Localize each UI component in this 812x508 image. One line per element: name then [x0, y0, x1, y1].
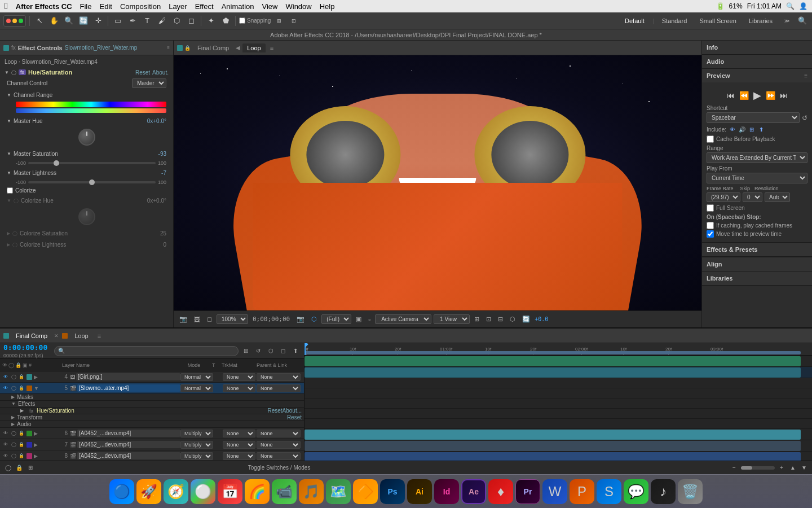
layer-5-eye[interactable]: 👁 [2, 385, 9, 392]
snap-tool-2[interactable]: ⊡ [288, 15, 300, 27]
include-overlay-icon[interactable]: ⊞ [748, 125, 756, 133]
view-options-btn4[interactable]: ⬡ [508, 314, 518, 324]
puppet-tool[interactable]: ✦ [205, 15, 217, 27]
layer-8-color[interactable] [27, 453, 32, 459]
layer-6-solo[interactable]: ◯ [10, 430, 17, 437]
colorize-hue-expand[interactable]: ▼ [7, 198, 11, 203]
toggle-switches-btn[interactable]: Toggle Switches / Modes [244, 463, 315, 472]
color-correction-btn[interactable]: ⬡ [309, 314, 319, 324]
layer-6-eye[interactable]: 👁 [2, 430, 9, 437]
dock-word[interactable]: W [542, 479, 567, 504]
snapping-checkbox[interactable] [239, 17, 245, 24]
hue-sat-reset[interactable]: Reset [267, 408, 282, 414]
layer-4-trkmat-select[interactable]: None [223, 373, 255, 381]
effects-sub-row[interactable]: ▼ Effects [0, 401, 304, 408]
dock-id[interactable]: Id [434, 479, 459, 504]
transform-reset[interactable]: Reset [287, 414, 302, 421]
include-video-icon[interactable]: 👁 [729, 125, 736, 133]
preview-header[interactable]: Preview ≡ [702, 69, 812, 82]
workspace-standard[interactable]: Standard [657, 16, 692, 25]
master-sat-value[interactable]: -93 [158, 151, 166, 157]
layer-5-expand[interactable]: ▼ [34, 386, 39, 391]
view-options-btn3[interactable]: ⊟ [496, 314, 505, 324]
camera-orbit-tool[interactable]: 🔄 [77, 15, 90, 27]
layer-7-lock[interactable]: 🔒 [18, 441, 25, 448]
hue-sat-sub-row[interactable]: ▶ fx Hue/Saturation Reset About... [0, 408, 304, 414]
step-fwd-btn[interactable]: ⏩ [766, 91, 775, 100]
layer-4-lock[interactable]: 🔒 [18, 374, 25, 380]
layer-row-6[interactable]: 👁 ◯ 🔒 ▶ 6 🎬 [A0452_...devo.mp4] Multiply [0, 428, 304, 439]
skip-to-end-btn[interactable]: ⏭ [780, 91, 788, 100]
effect-expand-arrow[interactable]: ▼ [5, 70, 9, 75]
text-tool[interactable]: T [141, 15, 153, 27]
help-menu[interactable]: Help [320, 2, 335, 11]
dock-vlc[interactable]: 🔶 [353, 479, 378, 504]
preview-menu-icon[interactable]: ≡ [804, 73, 807, 79]
pan-tool[interactable]: ✛ [92, 15, 104, 27]
zoom-select[interactable]: 100% [217, 314, 248, 324]
layer-5-parent-select[interactable]: None [257, 384, 301, 392]
dock-spotify[interactable]: ♪ [651, 479, 676, 504]
resolution-select[interactable]: Auto [765, 192, 790, 202]
layer-7-solo[interactable]: ◯ [10, 441, 17, 448]
master-light-value[interactable]: -7 [161, 170, 166, 176]
dock-whatsapp[interactable]: 💬 [624, 479, 648, 504]
search-btn[interactable]: 🔍 [796, 15, 809, 27]
dock-ps[interactable]: Ps [380, 479, 405, 504]
master-sat-slider[interactable] [28, 162, 156, 164]
transform-expand-arrow[interactable]: ▶ [11, 415, 15, 420]
master-sat-expand[interactable]: ▼ [7, 151, 11, 156]
show-region-btn[interactable]: ◻ [205, 314, 214, 324]
play-from-select[interactable]: Current Time [707, 173, 807, 183]
shortcut-select[interactable]: Spacebar [707, 112, 800, 123]
masks-expand-arrow[interactable]: ▶ [11, 395, 15, 400]
tl-footer-solo[interactable]: ◯ [3, 463, 12, 472]
window-menu[interactable]: Window [285, 2, 311, 11]
layer-6-mode-select[interactable]: Multiply [180, 430, 213, 437]
transparency-btn[interactable]: ▣ [354, 314, 364, 324]
snapshot-btn[interactable]: 📷 [177, 314, 189, 324]
pixel-aspect-btn[interactable]: ▫ [366, 315, 373, 324]
shortcut-reset-btn[interactable]: ↺ [802, 114, 807, 122]
hand-tool[interactable]: ✋ [48, 15, 60, 27]
tl-ctrl-5[interactable]: ⬆ [290, 346, 301, 356]
dock-maps[interactable]: 🗺️ [326, 479, 351, 504]
tl-footer-nav-up[interactable]: ▲ [788, 463, 797, 472]
dock-red-app[interactable]: ♦ [488, 479, 513, 504]
tl-ctrl-2[interactable]: ↺ [253, 346, 263, 356]
timeline-time[interactable]: 0:00:00:00 [3, 343, 47, 352]
layer-6-name[interactable]: [A0452_...devo.mp4] [77, 430, 180, 437]
channel-control-select[interactable]: Master [132, 78, 166, 88]
layer-7-parent-select[interactable]: None [257, 441, 301, 449]
audio-header[interactable]: Audio [702, 55, 812, 68]
layer-4-parent-select[interactable]: None [257, 373, 301, 381]
quality-select[interactable]: (Full) [321, 314, 351, 324]
shape-tool[interactable]: ⬟ [219, 15, 232, 27]
tl-footer-zoom-in[interactable]: + [777, 463, 786, 472]
mask-pen-tool[interactable]: ✒ [126, 15, 139, 27]
master-hue-value[interactable]: 0x+0.0° [147, 118, 166, 124]
playhead[interactable] [304, 343, 306, 355]
composition-menu[interactable]: Composition [120, 2, 161, 11]
layer-7-color[interactable] [27, 442, 32, 448]
brush-tool[interactable]: 🖌 [156, 15, 168, 27]
search-icon[interactable]: 🔍 [786, 2, 795, 10]
edit-menu[interactable]: Edit [99, 2, 112, 11]
effect-menu[interactable]: Effect [195, 2, 214, 11]
effects-expand-arrow[interactable]: ▼ [11, 401, 16, 406]
colorize-checkbox[interactable] [7, 187, 13, 194]
dock-trash[interactable]: 🗑️ [678, 479, 703, 504]
if-caching-checkbox[interactable] [707, 222, 714, 229]
dock-photos[interactable]: 🌈 [245, 479, 270, 504]
layer-5-color[interactable] [27, 386, 32, 391]
layer-8-lock[interactable]: 🔒 [18, 453, 25, 459]
dock-itunes[interactable]: 🎵 [299, 479, 324, 504]
layer-7-eye[interactable]: 👁 [2, 441, 9, 448]
master-light-slider[interactable] [28, 181, 156, 183]
master-hue-knob[interactable] [78, 129, 95, 146]
layer-row-8[interactable]: 👁 ◯ 🔒 ▶ 8 🎬 [A0452_...devo.mp4] Multiply [0, 450, 304, 461]
layer-4-mode-select[interactable]: Normal [180, 373, 213, 381]
layer-8-name[interactable]: [A0452_...devo.mp4] [77, 452, 180, 459]
workspace-libraries[interactable]: Libraries [744, 16, 777, 25]
layer-4-expand[interactable]: ▶ [34, 374, 38, 380]
